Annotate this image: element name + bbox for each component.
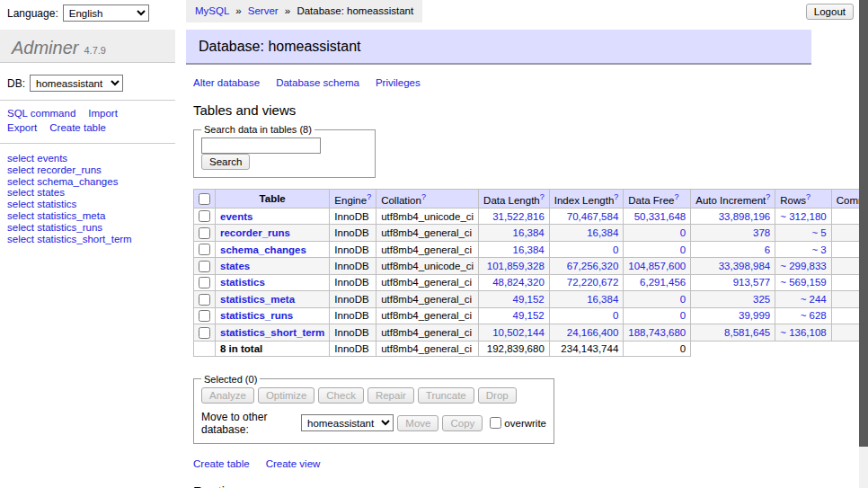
truncate-button[interactable]: Truncate xyxy=(418,387,474,404)
row-checkbox[interactable] xyxy=(199,210,210,222)
rows-link[interactable]: ~ 299,833 xyxy=(780,261,826,271)
app-logo[interactable]: Adminer xyxy=(12,38,78,58)
table-name-link[interactable]: states xyxy=(220,261,250,271)
sidebar-select-link[interactable]: select statistics_meta xyxy=(7,210,168,222)
data-free-link[interactable]: 0 xyxy=(680,244,686,255)
select-all-checkbox[interactable] xyxy=(199,193,210,205)
table-name-link[interactable]: events xyxy=(220,211,252,222)
data-length-link[interactable]: 49,152 xyxy=(513,294,545,305)
rows-link[interactable]: ~ 3 xyxy=(811,244,826,255)
rows-link[interactable]: ~ 628 xyxy=(801,310,827,321)
search-input[interactable] xyxy=(201,138,321,154)
rows-link[interactable]: ~ 5 xyxy=(811,227,826,238)
app-version[interactable]: 4.7.9 xyxy=(84,45,105,56)
data-length-link[interactable]: 10,502,144 xyxy=(492,327,545,338)
data-free-link[interactable]: 0 xyxy=(680,227,686,238)
breadcrumb-link-mysql[interactable]: MySQL xyxy=(195,5,229,16)
index-length-link[interactable]: 0 xyxy=(613,244,618,255)
sidebar-select-link[interactable]: select events xyxy=(7,153,168,164)
data-length-link[interactable]: 31,522,816 xyxy=(492,211,545,222)
index-length-link[interactable]: 24,166,400 xyxy=(567,327,619,338)
copy-button[interactable]: Copy xyxy=(442,415,483,431)
sidebar-select-link[interactable]: select states xyxy=(7,187,168,199)
index-length-link[interactable]: 70,467,584 xyxy=(567,211,619,222)
index-length-link[interactable]: 16,384 xyxy=(587,227,618,238)
breadcrumb-link-server[interactable]: Server xyxy=(248,5,279,16)
data-free-link[interactable]: 0 xyxy=(680,294,686,305)
sidebar-select-link[interactable]: select statistics_runs xyxy=(7,222,168,234)
rows-link[interactable]: ~ 136,108 xyxy=(780,327,826,338)
scrollbar[interactable] xyxy=(859,0,868,488)
auto-increment-link[interactable]: 8,581,645 xyxy=(724,327,770,338)
rows-link[interactable]: ~ 569,159 xyxy=(780,277,826,288)
sidebar-action-link[interactable]: SQL command xyxy=(7,107,75,120)
auto-increment-link[interactable]: 325 xyxy=(753,294,770,305)
database-link[interactable]: Privileges xyxy=(376,77,421,88)
auto-increment-link[interactable]: 378 xyxy=(753,227,770,238)
data-length-link[interactable]: 16,384 xyxy=(513,227,545,238)
index-length-link[interactable]: 67,256,320 xyxy=(567,261,619,271)
drop-button[interactable]: Drop xyxy=(478,387,517,404)
table-name-link[interactable]: statistics xyxy=(220,277,265,288)
row-checkbox[interactable] xyxy=(199,327,210,339)
help-link[interactable]: ? xyxy=(674,192,678,201)
table-name-link[interactable]: statistics_meta xyxy=(220,294,295,305)
row-checkbox[interactable] xyxy=(199,261,210,272)
data-free-link[interactable]: 104,857,600 xyxy=(628,261,686,271)
index-length-link[interactable]: 0 xyxy=(613,310,618,321)
sidebar-select-link[interactable]: select recorder_runs xyxy=(7,164,168,176)
help-link[interactable]: ? xyxy=(367,192,371,201)
data-free-link[interactable]: 188,743,680 xyxy=(628,327,686,338)
data-length-link[interactable]: 16,384 xyxy=(513,244,545,255)
logout-button[interactable]: Logout xyxy=(806,4,854,20)
auto-increment-link[interactable]: 33,898,196 xyxy=(719,211,771,222)
database-link[interactable]: Alter database xyxy=(193,77,260,88)
data-free-link[interactable]: 0 xyxy=(680,310,686,321)
move-button[interactable]: Move xyxy=(397,415,438,431)
help-link[interactable]: ? xyxy=(421,192,426,201)
overwrite-checkbox[interactable] xyxy=(490,417,501,429)
sidebar-select-link[interactable]: select schema_changes xyxy=(7,176,168,188)
auto-increment-link[interactable]: 913,577 xyxy=(733,277,771,288)
data-free-link[interactable]: 6,291,456 xyxy=(640,277,686,288)
scrollbar-thumb[interactable] xyxy=(859,0,868,447)
index-length-link[interactable]: 16,384 xyxy=(587,294,618,305)
move-db-select[interactable]: homeassistant xyxy=(301,414,394,431)
db-select[interactable]: homeassistant xyxy=(30,75,123,92)
row-checkbox[interactable] xyxy=(199,244,210,255)
rows-link[interactable]: ~ 244 xyxy=(801,294,827,305)
help-link[interactable]: ? xyxy=(766,192,770,201)
data-length-link[interactable]: 49,152 xyxy=(513,310,545,321)
sidebar-action-link[interactable]: Import xyxy=(88,107,118,120)
optimize-button[interactable]: Optimize xyxy=(258,387,314,404)
sidebar-select-link[interactable]: select statistics_short_term xyxy=(7,234,168,245)
help-link[interactable]: ? xyxy=(540,192,545,201)
auto-increment-link[interactable]: 39,999 xyxy=(739,310,770,321)
index-length-link[interactable]: 72,220,672 xyxy=(567,277,619,288)
row-checkbox[interactable] xyxy=(199,294,210,306)
check-button[interactable]: Check xyxy=(318,387,364,404)
table-name-link[interactable]: statistics_runs xyxy=(220,310,293,321)
database-link[interactable]: Database schema xyxy=(276,77,359,88)
help-link[interactable]: ? xyxy=(806,192,810,201)
search-button[interactable]: Search xyxy=(201,154,250,170)
sidebar-action-link[interactable]: Create table xyxy=(49,121,106,134)
help-link[interactable]: ? xyxy=(614,192,618,201)
create-link[interactable]: Create view xyxy=(266,458,321,469)
table-name-link[interactable]: recorder_runs xyxy=(220,227,290,238)
data-length-link[interactable]: 101,859,328 xyxy=(487,261,545,271)
data-free-link[interactable]: 50,331,648 xyxy=(634,211,686,222)
auto-increment-link[interactable]: 6 xyxy=(765,244,770,255)
sidebar-select-link[interactable]: select statistics xyxy=(7,199,168,210)
row-checkbox[interactable] xyxy=(199,310,210,322)
auto-increment-link[interactable]: 33,398,984 xyxy=(719,261,771,271)
sidebar-action-link[interactable]: Export xyxy=(7,121,37,134)
table-name-link[interactable]: schema_changes xyxy=(220,244,306,255)
row-checkbox[interactable] xyxy=(199,277,210,288)
row-checkbox[interactable] xyxy=(199,227,210,239)
analyze-button[interactable]: Analyze xyxy=(201,387,254,404)
table-name-link[interactable]: statistics_short_term xyxy=(220,327,324,338)
repair-button[interactable]: Repair xyxy=(368,387,414,404)
data-length-link[interactable]: 48,824,320 xyxy=(492,277,545,288)
create-link[interactable]: Create table xyxy=(193,458,250,469)
